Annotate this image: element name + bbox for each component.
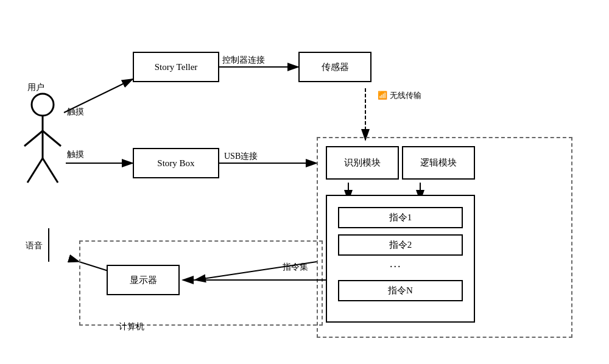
logic-module-box: 逻辑模块 [402,146,475,180]
voice-label: 语音 [26,240,43,251]
touch2-label: 触摸 [67,149,84,160]
recognize-module-box: 识别模块 [326,146,399,180]
sensor-box: 传感器 [298,52,371,82]
story-box: Story Box [133,148,219,178]
svg-line-14 [24,131,43,146]
stick-figure [18,91,67,213]
diagram: 用户 触摸 触摸 语音 Story Teller 控制器连接 传感器 📶无线传输… [0,0,609,364]
svg-point-12 [32,94,54,116]
svg-line-16 [27,158,43,183]
display-box: 显示器 [107,265,180,295]
instruction1-box: 指令1 [338,207,463,228]
svg-line-17 [43,158,58,183]
instructionN-box: 指令N [338,280,463,301]
user-label: 用户 [27,82,44,93]
instruction2-box: 指令2 [338,234,463,256]
svg-line-15 [43,131,61,146]
usb-connect-label: USB连接 [224,151,258,162]
instruction-set-label: 指令集 [283,262,308,273]
touch1-label: 触摸 [67,107,84,117]
wireless-label: 📶无线传输 [378,90,421,101]
dots-label: ··· [390,261,402,273]
wireless-icon: 📶 [378,91,387,100]
computer-label: 计算机 [119,321,144,332]
controller-connect-label: 控制器连接 [222,55,265,66]
story-teller-box: Story Teller [133,52,219,82]
